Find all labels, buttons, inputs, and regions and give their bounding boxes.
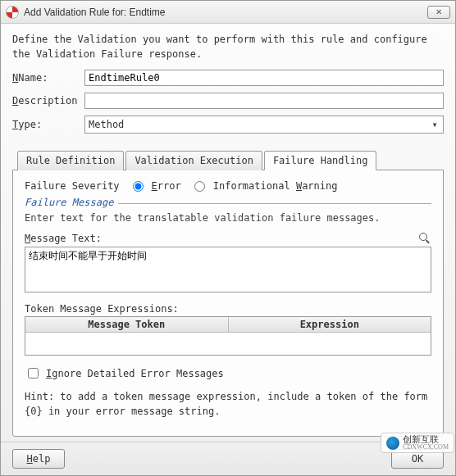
radio-warning-label: Informational Warning: [213, 180, 338, 192]
radio-error[interactable]: [133, 181, 144, 192]
radio-error-label: Error: [152, 180, 181, 192]
ignore-row: Ignore Detailed Error Messages: [25, 365, 431, 381]
search-icon[interactable]: [418, 232, 431, 245]
hint-text: Hint: to add a token message expression,…: [25, 389, 431, 419]
app-icon: [6, 6, 19, 19]
severity-label: Failure Severity: [25, 180, 120, 192]
ignore-label: Ignore Detailed Error Messages: [46, 368, 224, 379]
type-label: Type:: [12, 119, 84, 130]
message-text-input[interactable]: [25, 247, 431, 292]
col-expression: Expression: [229, 317, 431, 332]
tab-validation-execution[interactable]: Validation Execution: [125, 151, 262, 170]
instruction-text: Enter text for the translatable validati…: [25, 212, 431, 224]
window-title: Add Validation Rule for: Endtime: [24, 7, 427, 18]
close-button[interactable]: ✕: [427, 6, 450, 19]
tabpanel-failure-handling: Failure Severity Error Informational War…: [12, 170, 444, 437]
name-input[interactable]: [84, 70, 444, 86]
row-description: Description: [12, 93, 444, 109]
tabs: Rule Definition Validation Execution Fai…: [12, 150, 444, 437]
failure-severity-row: Failure Severity Error Informational War…: [25, 180, 431, 192]
token-table[interactable]: Message Token Expression: [25, 316, 431, 356]
watermark-line2: CDXWCX.COM: [403, 444, 449, 451]
type-combo[interactable]: Method ▾: [84, 116, 444, 134]
ignore-checkbox[interactable]: [28, 368, 39, 379]
description-label: Description: [12, 95, 84, 107]
content-area: Define the Validation you want to perfor…: [1, 24, 455, 442]
message-text-label: Message Text:: [25, 233, 102, 244]
fieldset-failure-message: Failure Message: [25, 203, 431, 204]
tab-rule-definition[interactable]: Rule Definition: [17, 151, 124, 170]
token-table-header: Message Token Expression: [25, 317, 431, 333]
chevron-down-icon: ▾: [428, 119, 441, 130]
token-expressions-label: Token Message Expressions:: [25, 303, 431, 315]
help-button[interactable]: Help: [12, 449, 65, 469]
close-icon: ✕: [435, 7, 442, 16]
row-type: Type: Method ▾: [12, 116, 444, 134]
tabstrip: Rule Definition Validation Execution Fai…: [12, 150, 444, 170]
watermark-logo-icon: [386, 437, 399, 450]
intro-text: Define the Validation you want to perfor…: [12, 32, 444, 61]
description-input[interactable]: [84, 93, 444, 109]
titlebar: Add Validation Rule for: Endtime ✕: [1, 1, 455, 24]
radio-warning[interactable]: [194, 181, 205, 192]
legend-failure-message: Failure Message: [25, 197, 118, 208]
dialog: Add Validation Rule for: Endtime ✕ Defin…: [0, 0, 456, 476]
row-name: NName:: [12, 70, 444, 86]
message-text-label-row: Message Text:: [25, 232, 431, 245]
name-label: NName:: [12, 72, 84, 84]
col-message-token: Message Token: [25, 317, 229, 332]
type-value: Method: [89, 119, 124, 130]
tab-failure-handling[interactable]: Failure Handling: [264, 151, 377, 170]
watermark: 创新互联 CDXWCX.COM: [381, 433, 454, 453]
